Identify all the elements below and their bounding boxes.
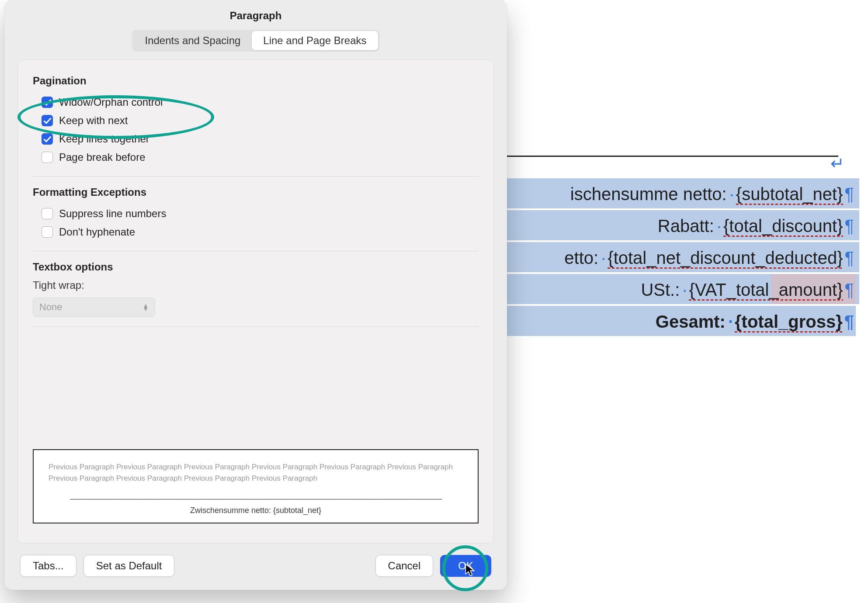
tab-line-page-breaks[interactable]: Line and Page Breaks (252, 31, 378, 50)
checkbox-keep-with-next[interactable]: Keep with next (33, 111, 479, 130)
checkbox-label: Keep lines together (59, 133, 149, 145)
checkbox-widow-orphan[interactable]: Widow/Orphan control (33, 93, 479, 111)
space-marker-icon: · (717, 216, 722, 236)
checkbox-icon[interactable] (42, 97, 53, 108)
section-formatting-exceptions: Formatting Exceptions Suppress line numb… (33, 186, 479, 251)
tabs-button[interactable]: Tabs... (20, 555, 76, 577)
doc-label: Rabatt: (658, 216, 714, 236)
document-preview: ↵ ischensumme netto: · {subtotal_net} ¶ … (507, 157, 859, 338)
checkbox-icon[interactable] (42, 133, 53, 145)
pilcrow-icon: ¶ (845, 216, 854, 236)
pilcrow-icon: ¶ (845, 184, 854, 204)
paragraph-dialog: Paragraph Indents and Spacing Line and P… (4, 0, 507, 590)
doc-label: USt.: (641, 280, 680, 300)
checkbox-label: Page break before (59, 151, 145, 163)
doc-label: ischensumme netto: (570, 184, 727, 204)
pilcrow-icon: ¶ (844, 312, 854, 332)
section-textbox-options: Textbox options Tight wrap: None ▲▼ (33, 261, 479, 327)
checkbox-suppress-line-numbers[interactable]: Suppress line numbers (33, 204, 479, 223)
preview-sample-text: Zwischensumme netto: {subtotal_net} (49, 506, 463, 515)
doc-line-subtotal: ischensumme netto: · {subtotal_net} ¶ (507, 178, 859, 208)
formatting-header: Formatting Exceptions (33, 186, 479, 198)
dialog-button-row: Tabs... Set as Default Cancel OK (4, 544, 507, 590)
select-value: None (39, 302, 62, 313)
checkbox-icon[interactable] (42, 208, 53, 219)
doc-line-discount: Rabatt: · {total_discount} ¶ (507, 210, 859, 240)
preview-previous-text: Previous Paragraph Previous Paragraph Pr… (49, 461, 463, 484)
pilcrow-icon: ¶ (845, 280, 854, 300)
checkbox-keep-lines-together[interactable]: Keep lines together (33, 130, 479, 148)
doc-line-gross: Gesamt: · {total_gross} ¶ (507, 306, 859, 336)
doc-label: etto: (564, 248, 598, 268)
checkbox-icon[interactable] (42, 226, 53, 238)
chevron-updown-icon: ▲▼ (142, 304, 149, 311)
space-marker-icon: · (729, 184, 734, 204)
checkbox-label: Don't hyphenate (59, 226, 135, 238)
section-pagination: Pagination Widow/Orphan control Keep wit… (33, 75, 479, 177)
checkbox-dont-hyphenate[interactable]: Don't hyphenate (33, 223, 479, 241)
space-marker-icon: · (682, 280, 687, 300)
space-marker-icon: · (728, 312, 733, 332)
checkbox-page-break-before[interactable]: Page break before (33, 148, 479, 166)
doc-placeholder: {total_discount} (723, 216, 843, 236)
paragraph-preview: Previous Paragraph Previous Paragraph Pr… (33, 449, 479, 523)
cancel-button[interactable]: Cancel (375, 555, 434, 577)
checkbox-label: Suppress line numbers (59, 208, 166, 220)
checkbox-icon[interactable] (42, 115, 53, 126)
space-marker-icon: · (601, 248, 606, 268)
doc-placeholder: {subtotal_net} (736, 184, 843, 204)
tab-bar: Indents and Spacing Line and Page Breaks (132, 30, 379, 52)
tight-wrap-label: Tight wrap: (33, 279, 479, 291)
return-icon: ↵ (830, 154, 844, 173)
dialog-title: Paragraph (4, 0, 507, 30)
doc-line-vat: USt.: · {VAT_total_amount} ¶ (507, 274, 859, 304)
checkbox-label: Widow/Orphan control (59, 96, 163, 108)
pilcrow-icon: ¶ (845, 248, 854, 268)
dialog-panel: Pagination Widow/Orphan control Keep wit… (17, 59, 494, 544)
doc-horizontal-rule (507, 156, 838, 157)
tight-wrap-select[interactable]: None ▲▼ (33, 298, 155, 317)
set-default-button[interactable]: Set as Default (83, 555, 175, 577)
ok-button[interactable]: OK (440, 555, 491, 577)
checkbox-label: Keep with next (59, 114, 128, 127)
preview-separator: ————————————————————————————————————————… (49, 494, 463, 503)
doc-placeholder: {total_gross} (735, 312, 843, 332)
tab-indents-spacing[interactable]: Indents and Spacing (133, 31, 252, 50)
checkbox-icon[interactable] (42, 152, 53, 163)
doc-line-netdiscount: etto: · {total_net_discount_deducted} ¶ (507, 242, 859, 272)
pagination-header: Pagination (33, 75, 479, 87)
doc-placeholder: {VAT_total_amount} (689, 280, 843, 300)
doc-label: Gesamt: (656, 312, 726, 332)
textbox-header: Textbox options (33, 261, 479, 273)
doc-placeholder: {total_net_discount_deducted} (608, 248, 843, 268)
